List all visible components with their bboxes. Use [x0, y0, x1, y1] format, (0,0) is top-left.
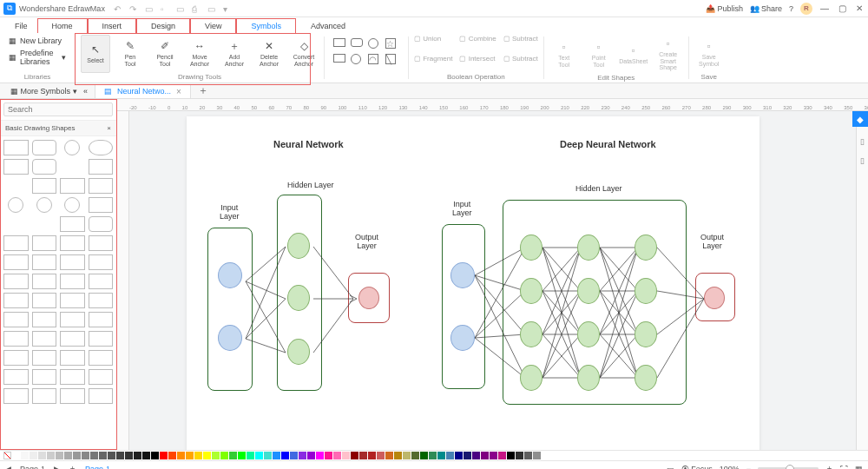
palette-shape[interactable]: [60, 388, 85, 404]
palette-shape[interactable]: [89, 312, 114, 327]
color-swatch[interactable]: [377, 452, 385, 459]
palette-shape[interactable]: [32, 350, 57, 366]
move-anchor-button[interactable]: ↔MoveAnchor: [185, 35, 214, 73]
color-swatch[interactable]: [177, 452, 185, 459]
color-swatch[interactable]: [481, 452, 489, 459]
predefined-libraries-button[interactable]: ▦Predefine Libraries▾: [9, 49, 66, 66]
palette-shape[interactable]: [89, 216, 114, 232]
color-swatch[interactable]: [160, 452, 168, 459]
export-icon[interactable]: ▭: [176, 4, 185, 13]
grid-icon[interactable]: ▦: [855, 465, 863, 470]
panel-toggle[interactable]: ◆: [852, 111, 868, 127]
focus-mode[interactable]: ⦿ Focus: [681, 465, 713, 470]
color-swatch[interactable]: [220, 452, 228, 459]
close-tab-icon[interactable]: ×: [176, 87, 181, 96]
color-swatch[interactable]: [429, 452, 437, 459]
color-swatch[interactable]: [99, 452, 107, 459]
palette-shape[interactable]: [89, 178, 114, 194]
ellipse-tool-icon[interactable]: [368, 38, 378, 49]
zoom-in-button[interactable]: ＋: [825, 463, 833, 469]
palette-shape[interactable]: [32, 159, 57, 175]
pen-button[interactable]: ✎PenTool: [115, 35, 145, 73]
palette-shape[interactable]: [3, 235, 29, 251]
palette-shape[interactable]: [60, 331, 85, 347]
palette-shape[interactable]: [32, 274, 57, 289]
color-swatch[interactable]: [490, 452, 497, 459]
select-button[interactable]: ↖Select: [81, 35, 110, 73]
palette-shape[interactable]: [3, 350, 29, 366]
color-swatch[interactable]: [394, 452, 402, 459]
search-input[interactable]: [3, 102, 113, 116]
delete-anchor-button[interactable]: ✕DeleteAnchor: [254, 35, 284, 73]
palette-shape[interactable]: [3, 388, 29, 404]
edit-create-smart-shape[interactable]: ▫Create SmartShape: [654, 35, 683, 74]
color-swatch[interactable]: [194, 452, 202, 459]
color-swatch[interactable]: [472, 452, 480, 459]
color-swatch[interactable]: [142, 452, 150, 459]
color-swatch[interactable]: [533, 452, 541, 459]
circle-tool-icon[interactable]: [351, 54, 361, 64]
minimize-button[interactable]: —: [819, 3, 830, 14]
color-swatch[interactable]: [464, 452, 471, 459]
bool-subtract[interactable]: ▢ Subtract: [503, 55, 538, 73]
palette-shape[interactable]: [3, 216, 19, 230]
palette-shape[interactable]: [32, 140, 57, 155]
fullscreen-icon[interactable]: ⛶: [840, 465, 848, 470]
print-icon[interactable]: ⎙: [192, 4, 201, 13]
palette-shape[interactable]: [36, 197, 52, 213]
color-swatch[interactable]: [403, 452, 411, 459]
close-section-icon[interactable]: ×: [107, 124, 111, 132]
palette-shape[interactable]: [32, 331, 57, 347]
rect-tool-icon[interactable]: [333, 38, 345, 47]
palette-shape[interactable]: [60, 254, 85, 270]
edit-point-tool[interactable]: ▫PointTool: [584, 35, 614, 74]
add-anchor-button[interactable]: ＋AddAnchor: [220, 35, 249, 73]
palette-shape[interactable]: [89, 197, 114, 213]
next-page-button[interactable]: ▶: [54, 465, 60, 470]
more-icon[interactable]: ▾: [223, 4, 232, 13]
tab-insert[interactable]: Insert: [88, 18, 137, 33]
roundrect-tool-icon[interactable]: [351, 38, 363, 47]
color-swatch[interactable]: [385, 452, 393, 459]
color-swatch[interactable]: [411, 452, 419, 459]
color-swatch[interactable]: [38, 452, 46, 459]
layers-icon[interactable]: ▯: [860, 137, 865, 146]
palette-shape[interactable]: [32, 369, 57, 385]
edit-text-tool[interactable]: ▫TextTool: [549, 35, 579, 74]
bool-subtract[interactable]: ▢ Subtract: [503, 35, 538, 53]
color-swatch[interactable]: [186, 452, 194, 459]
new-library-button[interactable]: ▦New Library: [9, 36, 66, 45]
tab-advanced[interactable]: Advanced: [296, 18, 360, 33]
sidebar-section-header[interactable]: Basic Drawing Shapes ×: [0, 121, 116, 136]
palette-shape[interactable]: [3, 369, 29, 385]
color-swatch[interactable]: [229, 452, 237, 459]
fit-icon[interactable]: ▭: [667, 465, 674, 470]
pencil-button[interactable]: ✐PencilTool: [150, 35, 180, 73]
bool-combine[interactable]: ▢ Combine: [459, 35, 496, 53]
color-swatch[interactable]: [73, 452, 81, 459]
color-swatch[interactable]: [498, 452, 506, 459]
color-swatch[interactable]: [212, 452, 220, 459]
palette-shape[interactable]: [60, 293, 85, 308]
canvas-area[interactable]: -20-100102030405060708090100110120130140…: [117, 99, 868, 450]
color-swatch[interactable]: [507, 452, 515, 459]
close-button[interactable]: ✕: [854, 3, 865, 14]
palette-shape[interactable]: [89, 293, 114, 308]
color-swatch[interactable]: [299, 452, 306, 459]
palette-shape[interactable]: [3, 274, 29, 289]
color-swatch[interactable]: [437, 452, 445, 459]
color-swatch[interactable]: [368, 452, 376, 459]
palette-shape[interactable]: [3, 159, 29, 175]
palette-shape[interactable]: [64, 197, 80, 213]
tab-design[interactable]: Design: [136, 18, 190, 33]
palette-shape[interactable]: [89, 159, 114, 175]
palette-shape[interactable]: [32, 388, 57, 404]
tab-symbols[interactable]: Symbols: [236, 18, 296, 33]
palette-shape[interactable]: [32, 254, 57, 270]
palette-shape[interactable]: [60, 312, 85, 327]
color-swatch[interactable]: [56, 452, 63, 459]
color-swatch[interactable]: [273, 452, 280, 459]
undo-icon[interactable]: ↶: [114, 4, 122, 13]
present-icon[interactable]: ▭: [207, 4, 216, 13]
palette-shape[interactable]: [89, 350, 114, 366]
